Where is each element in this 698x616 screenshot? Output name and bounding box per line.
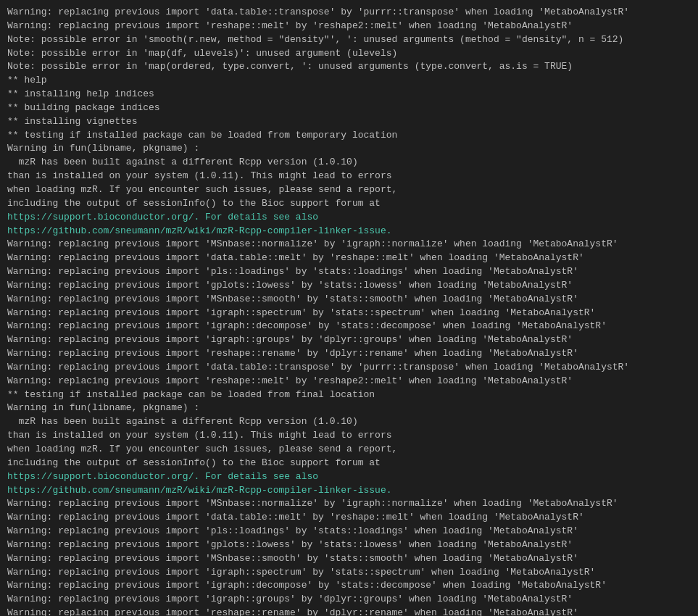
console-line: Note: possible error in 'map(df, ulevels…	[7, 48, 397, 59]
console-line: Warning: replacing previous import 'pls:…	[7, 266, 578, 277]
console-line: Warning in fun(libname, pkgname) :	[7, 402, 199, 413]
console-line: https://github.com/sneumann/mzR/wiki/mzR…	[7, 225, 392, 236]
console-line: Warning in fun(libname, pkgname) :	[7, 143, 199, 154]
console-line: Warning: replacing previous import 'resh…	[7, 348, 578, 359]
console-line: ** help	[7, 75, 47, 86]
console-line: than is installed on your system (1.0.11…	[7, 170, 392, 181]
console-line: including the output of sessionInfo() to…	[7, 198, 381, 209]
console-line: Note: possible error in 'map(ordered, ty…	[7, 61, 573, 72]
console-line: https://support.bioconductor.org/. For d…	[7, 471, 318, 482]
console-line: https://github.com/sneumann/mzR/wiki/mzR…	[7, 485, 392, 496]
console-line: Note: possible error in 'smooth(r.new, m…	[7, 34, 623, 45]
console-line: when loading mzR. If you encounter such …	[7, 184, 397, 195]
console-line: mzR has been built against a different R…	[7, 416, 358, 427]
console-line: ** building package indices	[7, 102, 160, 113]
console-line: Warning: replacing previous import 'igra…	[7, 580, 607, 591]
console-line: Warning: replacing previous import 'data…	[7, 252, 584, 263]
console-line: including the output of sessionInfo() to…	[7, 457, 381, 468]
console-line: Warning: replacing previous import 'resh…	[7, 375, 573, 386]
console-line: than is installed on your system (1.0.11…	[7, 430, 392, 441]
console-line: when loading mzR. If you encounter such …	[7, 444, 397, 454]
console-line: Warning: replacing previous import 'resh…	[7, 607, 578, 616]
console-line: Warning: replacing previous import 'data…	[7, 512, 584, 523]
console-line: Warning: replacing previous import 'data…	[7, 7, 629, 17]
console-line: Warning: replacing previous import 'igra…	[7, 320, 607, 331]
console-line: Warning: replacing previous import 'MSnb…	[7, 498, 618, 509]
console-line: ** installing help indices	[7, 88, 154, 99]
console-line: Warning: replacing previous import 'pls:…	[7, 525, 578, 536]
console-line: Warning: replacing previous import 'igra…	[7, 567, 595, 578]
console-output: Warning: replacing previous import 'data…	[7, 6, 691, 616]
console-line: https://support.bioconductor.org/. For d…	[7, 212, 318, 222]
console-line: ** installing vignettes	[7, 116, 137, 127]
console-line: Warning: replacing previous import 'data…	[7, 362, 629, 372]
console-line: Warning: replacing previous import 'resh…	[7, 20, 573, 31]
console-line: Warning: replacing previous import 'MSnb…	[7, 294, 578, 304]
console-line: ** testing if installed package can be l…	[7, 130, 397, 141]
console-line: Warning: replacing previous import 'igra…	[7, 594, 573, 604]
console-line: Warning: replacing previous import 'MSnb…	[7, 238, 618, 249]
console-line: Warning: replacing previous import 'MSnb…	[7, 553, 578, 564]
console-line: Warning: replacing previous import 'igra…	[7, 334, 573, 345]
console-line: mzR has been built against a different R…	[7, 157, 358, 167]
console-line: ** testing if installed package can be l…	[7, 389, 375, 400]
console-line: Warning: replacing previous import 'gplo…	[7, 280, 573, 291]
console-line: Warning: replacing previous import 'gplo…	[7, 539, 573, 550]
console-line: Warning: replacing previous import 'igra…	[7, 307, 595, 318]
